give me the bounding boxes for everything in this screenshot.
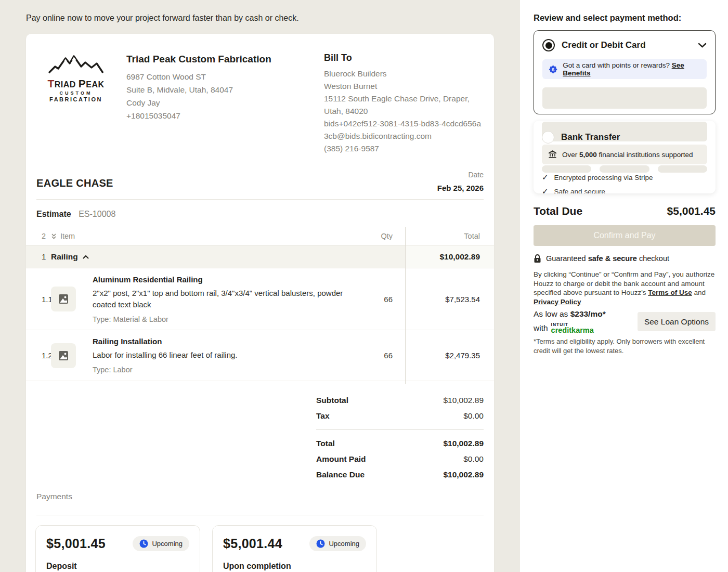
item-type: Type: Material & Labor: [93, 315, 356, 323]
creditkarma-wordmark: creditkarma: [551, 327, 594, 334]
check-icon: ✓: [542, 173, 549, 182]
item-qty: 66: [361, 351, 393, 360]
project-name: EAGLE CHASE: [36, 177, 113, 192]
totals-section: Subtotal $10,002.89 Tax $0.00 Total $10,…: [316, 393, 484, 483]
bank-logos-skeleton: [542, 165, 707, 173]
qty-column-header: Qty: [361, 232, 393, 240]
item-title: Aluminum Residential Railing: [93, 275, 356, 284]
payments-heading: Payments: [36, 492, 72, 501]
image-placeholder-icon: [58, 294, 69, 304]
vendor-contact: Cody Jay: [126, 96, 288, 109]
payment-amount: $5,001.44: [223, 536, 282, 551]
bill-to-heading: Bill To: [324, 53, 484, 63]
logo-word-triad: Triad: [47, 79, 75, 89]
payment-label: Deposit: [46, 562, 189, 571]
table-header: 2 Item Qty Total: [26, 227, 494, 245]
subtotal-label: Subtotal: [316, 396, 348, 405]
checkout-sidebar: Review and select payment method: Credit…: [520, 0, 728, 572]
chevron-down-icon[interactable]: [698, 43, 707, 48]
estimate-label: Estimate: [36, 210, 71, 218]
svg-text:$: $: [552, 67, 554, 72]
bank-icon: [548, 150, 557, 159]
institutions-prefix: Over: [562, 151, 579, 159]
total-due-label: Total Due: [534, 205, 582, 217]
amount-paid-label: Amount Paid: [316, 454, 366, 464]
invoice-pane-background: Pay online now to move your project forw…: [0, 0, 520, 572]
vendor-name: Triad Peak Custom Fabrication: [126, 54, 288, 65]
item-title: Railing Installation: [93, 337, 356, 346]
bill-to-email: bids+042ef512-3081-4315-bd83-4cdcd656a3c…: [324, 118, 484, 142]
table-row-count: 2: [26, 232, 51, 240]
logo-custom-text: CUSTOM: [44, 90, 108, 96]
credit-card-option[interactable]: Credit or Debit Card $ Got a card with p…: [534, 30, 716, 114]
creditkarma-logo: INTUIT creditkarma: [551, 322, 594, 334]
item-type: Type: Labor: [93, 366, 356, 374]
clock-icon: [316, 539, 325, 548]
total-label: Total: [316, 439, 335, 448]
clock-icon: [139, 539, 148, 548]
loan-amount: $233/mo*: [570, 309, 606, 318]
upcoming-badge: Upcoming: [133, 536, 189, 551]
guarantee-bold: safe & secure: [588, 254, 637, 263]
chevron-up-icon[interactable]: [83, 255, 89, 259]
card-form-skeleton: [542, 87, 707, 109]
payment-amount: $5,001.45: [46, 536, 106, 551]
bank-transfer-radio[interactable]: [542, 131, 554, 144]
item-group-row[interactable]: 1 Railing $10,002.89: [26, 245, 494, 268]
feature-safe: Safe and secure: [554, 188, 605, 194]
balance-due-value: $10,002.89: [443, 470, 484, 479]
tax-value: $0.00: [463, 411, 484, 421]
line-item-row: 1.1 Aluminum Residential Railing 2"x2" p…: [26, 268, 494, 330]
column-divider: [405, 227, 406, 384]
subtotal-value: $10,002.89: [443, 396, 484, 405]
mountain-logo-icon: [48, 51, 104, 77]
total-value: $10,002.89: [443, 439, 484, 448]
total-due-row: Total Due $5,001.45: [534, 205, 716, 217]
item-total: $2,479.35: [405, 351, 480, 360]
bank-transfer-option[interactable]: Bank Transfer Over 5,000 financial insti…: [534, 121, 716, 193]
balance-due-label: Balance Due: [316, 470, 365, 479]
estimate-row: Estimate ES-10008: [36, 210, 115, 219]
logo-fabrication-text: FABRICATION: [44, 96, 108, 102]
vendor-address-line1: 6987 Cotton Wood ST: [126, 70, 288, 83]
date-label: Date: [437, 171, 484, 179]
credit-card-label: Credit or Debit Card: [562, 40, 646, 50]
institutions-count: 5,000: [579, 151, 597, 159]
and-text: and: [692, 289, 706, 296]
item-total: $7,523.54: [405, 295, 480, 304]
item-thumbnail: [51, 287, 76, 311]
invoice-header: Triad Peak CUSTOM FABRICATION Triad Peak…: [44, 51, 484, 155]
dollar-badge-icon: $: [549, 64, 557, 74]
bill-to-phone: (385) 216-9587: [324, 142, 484, 155]
bill-to-address: 15112 South Eagle Chase Drive, Draper, U…: [324, 93, 484, 118]
total-column-header: Total: [405, 232, 480, 240]
invoice-card: Triad Peak CUSTOM FABRICATION Triad Peak…: [26, 34, 494, 572]
collapse-all-icon[interactable]: [51, 233, 57, 240]
lock-icon: [534, 254, 541, 263]
institutions-suffix: financial institutions supported: [597, 151, 693, 159]
item-column-header: Item: [60, 232, 75, 240]
guarantee-suffix: checkout: [637, 254, 669, 263]
see-loan-options-button[interactable]: See Loan Options: [638, 312, 716, 331]
line-items-table: 2 Item Qty Total 1 Railing: [26, 227, 494, 381]
confirm-and-pay-button[interactable]: Confirm and Pay: [534, 225, 716, 246]
feature-encrypted: Encrypted processing via Stripe: [554, 174, 653, 181]
bill-to-contact: Weston Burnet: [324, 80, 484, 93]
loan-with: with: [534, 323, 548, 333]
authorization-disclaimer: By clicking “Continue” or “Confirm and P…: [534, 270, 717, 306]
rewards-text: Got a card with points or rewards?: [563, 61, 671, 69]
payment-schedule: $5,001.45 Upcoming Deposit $5,001.44: [35, 525, 377, 572]
terms-of-use-link[interactable]: Terms of Use: [648, 289, 692, 296]
bank-transfer-label: Bank Transfer: [561, 132, 620, 142]
total-due-value: $5,001.45: [667, 205, 716, 217]
date-value: Feb 25, 2026: [437, 184, 484, 192]
date-block: Date Feb 25, 2026: [437, 171, 484, 192]
privacy-policy-link[interactable]: Privacy Policy: [534, 298, 581, 306]
loan-prefix: As low as: [534, 309, 570, 318]
guarantee-prefix: Guaranteed: [546, 254, 588, 263]
item-qty: 66: [361, 295, 393, 304]
guarantee-row: Guaranteed safe & secure checkout: [534, 254, 669, 263]
group-total: $10,002.89: [405, 245, 494, 268]
item-index: 1.2: [26, 351, 51, 360]
credit-card-radio[interactable]: [542, 39, 555, 51]
